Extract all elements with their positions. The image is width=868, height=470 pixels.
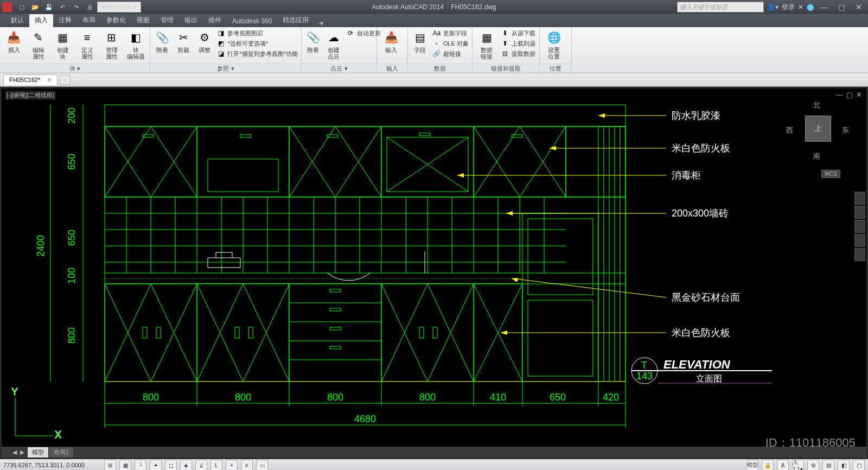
insert-block-button[interactable]: 📥插入 (2, 28, 25, 54)
view-cube[interactable]: 北 西 东 南 上 (785, 99, 850, 164)
status-hw-icon[interactable]: ▤ (822, 460, 834, 470)
status-annovis-icon[interactable]: A (777, 460, 789, 470)
status-ortho-icon[interactable]: └ (135, 460, 146, 470)
tab-featured[interactable]: 精选应用 (277, 14, 314, 27)
setloc-button[interactable]: 🌐设置 位置 (542, 28, 566, 61)
pc-attach-button[interactable]: 📎附着 (304, 28, 322, 54)
import-button[interactable]: 📥输入 (379, 28, 403, 54)
search-input[interactable]: 键入关键字或短语 (677, 2, 764, 12)
tab-annotate[interactable]: 注释 (53, 14, 77, 27)
tab-a360[interactable]: Autodesk 360 (227, 15, 277, 27)
qat-print-icon[interactable]: 🖨 (84, 2, 95, 12)
status-ducs-icon[interactable]: L (210, 460, 222, 470)
extract-button[interactable]: ⊟提取数据 (500, 49, 537, 59)
infocenter-icon[interactable]: 👤▾ (767, 3, 778, 11)
help-icon[interactable]: ⬤ (807, 3, 814, 11)
update-field-button[interactable]: Aa更新字段 (431, 28, 470, 38)
download-button[interactable]: ⬇从源下载 (500, 28, 537, 38)
maximize-button[interactable]: ▢ (834, 1, 848, 13)
app-icon[interactable] (2, 2, 12, 12)
tab-insert[interactable]: 插入 (29, 14, 53, 27)
panel-linking-title[interactable]: 链接和提取 (473, 63, 539, 73)
panel-pointcloud-title[interactable]: 点云 ▾ (302, 63, 376, 73)
status-lwt-icon[interactable]: ≡ (241, 460, 253, 470)
nav-orbit-icon[interactable] (854, 234, 865, 247)
frames-button[interactable]: ◩*边框可变选项* (215, 39, 299, 48)
status-otrack-icon[interactable]: ∠ (195, 460, 207, 470)
exchange-icon[interactable]: ✕ (798, 3, 803, 11)
autoupdate-button[interactable]: ⟳自动更新 (345, 28, 382, 38)
nav-showmotion-icon[interactable] (854, 248, 865, 261)
status-polar-icon[interactable]: ✦ (150, 460, 162, 470)
manage-attr-button[interactable]: ⊞管理 属性 (100, 28, 123, 61)
close-tab-icon[interactable]: ✕ (47, 77, 52, 83)
minimize-button[interactable]: — (817, 1, 831, 13)
status-annoscale-icon[interactable]: 🔒 (762, 460, 774, 470)
snap-underlay-button[interactable]: ◪打开*捕捉到参考底图*功能 (215, 49, 299, 59)
nav-wheel-icon[interactable] (854, 192, 865, 205)
status-grid-icon[interactable]: ▦ (119, 460, 131, 470)
status-ws-icon[interactable]: ⚙ (807, 460, 819, 470)
layout-next-icon[interactable]: ▶ (20, 449, 24, 456)
edit-attr-button[interactable]: ✎编辑 属性 (27, 28, 50, 61)
underlay-layers-button[interactable]: ◨参考底图图层 (215, 28, 299, 38)
qat-save-icon[interactable]: 💾 (43, 2, 55, 12)
compass-n[interactable]: 北 (813, 100, 820, 110)
compass-s[interactable]: 南 (813, 151, 820, 161)
qat-redo-icon[interactable]: ↷ (70, 2, 82, 12)
hyperlink-button[interactable]: 🔗超链接 (431, 49, 470, 59)
wcs-label[interactable]: WCS (821, 170, 840, 178)
coordinates[interactable]: 7739.6287, 7513.3011, 0.0000 (3, 462, 101, 468)
tab-layout[interactable]: 布局 (77, 14, 101, 27)
tab-output[interactable]: 输出 (179, 14, 203, 27)
layout-prev-icon[interactable]: ◀ (12, 449, 17, 456)
cube-face[interactable]: 上 (805, 116, 831, 142)
create-pc-button[interactable]: ☁创建 点云 (323, 28, 344, 61)
nav-pan-icon[interactable] (854, 206, 865, 219)
ole-button[interactable]: ▫OLE 对象 (431, 39, 470, 48)
clip-button[interactable]: ✂剪裁 (174, 28, 194, 54)
compass-e[interactable]: 东 (842, 125, 849, 135)
status-iso-icon[interactable]: ◧ (838, 460, 850, 470)
status-tpy-icon[interactable]: ▭ (256, 460, 268, 470)
file-tab-active[interactable]: FH05C162* ✕ (3, 74, 58, 85)
qat-open-icon[interactable]: 📂 (29, 2, 41, 12)
tab-addins[interactable]: 插件 (203, 14, 227, 27)
panel-data-title[interactable]: 数据 (408, 63, 472, 73)
panel-reference-title[interactable]: 参照 ▾ (150, 63, 301, 73)
adjust-button[interactable]: ⚙调整 (195, 28, 215, 54)
datalink-button[interactable]: ▦数据 链接 (475, 28, 499, 61)
close-button[interactable]: ✕ (852, 1, 866, 13)
status-scalelist-icon[interactable]: 人1:1▾ (792, 460, 804, 470)
nav-zoom-icon[interactable] (854, 220, 865, 233)
attach-button[interactable]: 📎附着 (152, 28, 173, 54)
tab-parametric[interactable]: 参数化 (101, 14, 131, 27)
define-attr-button[interactable]: ≡定义 属性 (75, 28, 99, 61)
qat-new-icon[interactable]: ▢ (16, 2, 28, 12)
panel-block-title[interactable]: 块 ▾ (0, 63, 150, 73)
tab-manage[interactable]: 管理 (155, 14, 179, 27)
upload-button[interactable]: ⬆上载到源 (500, 39, 537, 48)
layout1-tab[interactable]: 布局1 (49, 447, 73, 458)
ribbon-expand-icon[interactable]: ◦▾ (317, 20, 323, 27)
workspace-dropdown[interactable]: 草图与注释 ▼ (97, 2, 141, 12)
model-tab[interactable]: 模型 (28, 447, 48, 458)
block-editor-button[interactable]: ◧块 编辑器 (124, 28, 148, 61)
tab-default[interactable]: 默认 (5, 14, 29, 27)
qat-undo-icon[interactable]: ↶ (56, 2, 68, 12)
field-button[interactable]: ▤字段 (410, 28, 430, 54)
panel-location-title[interactable]: 位置 (540, 63, 571, 73)
drawing-area[interactable]: [-][俯视][二维线框] — ▢ ✕ 知末 200 650 650 100 8… (0, 87, 868, 459)
new-tab-button[interactable]: ▫ (60, 75, 71, 85)
status-osnap-icon[interactable]: ◻ (165, 460, 177, 470)
create-block-button[interactable]: ▦创建 块 (51, 28, 74, 61)
status-snap-icon[interactable]: ⊞ (104, 460, 116, 470)
status-3dosnap-icon[interactable]: ◈ (180, 460, 192, 470)
status-dyn-icon[interactable]: + (226, 460, 238, 470)
status-clean-icon[interactable]: ▢ (853, 460, 865, 470)
status-model-icon[interactable]: 模型 (746, 460, 758, 470)
compass-w[interactable]: 西 (786, 125, 793, 135)
panel-import-title[interactable]: 输入 (377, 63, 407, 73)
tab-view[interactable]: 视图 (131, 14, 155, 27)
login-button[interactable]: 登录 (782, 3, 795, 12)
